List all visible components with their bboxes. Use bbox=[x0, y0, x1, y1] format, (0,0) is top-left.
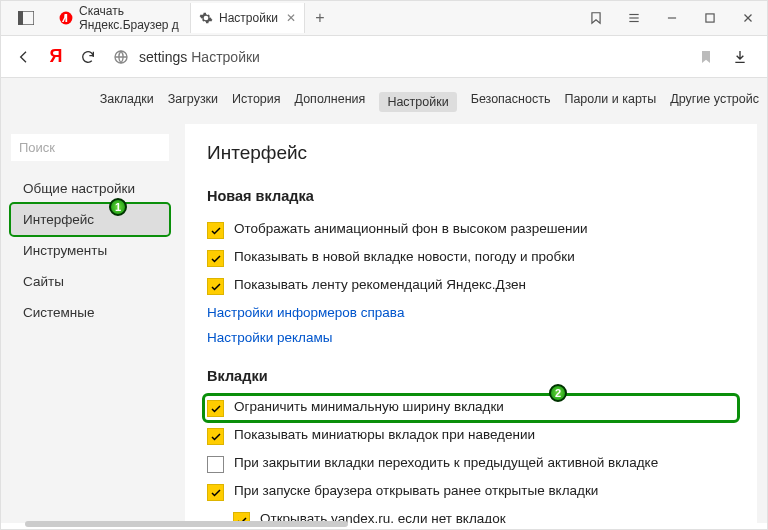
tab-download-yandex[interactable]: Скачать Яндекс.Браузер д bbox=[51, 3, 191, 33]
downloads-button[interactable] bbox=[723, 40, 757, 74]
checkbox-row[interactable]: Показывать ленту рекомендаций Яндекс.Дзе… bbox=[207, 272, 735, 300]
bookmark-button[interactable] bbox=[689, 40, 723, 74]
checkbox-checked-icon[interactable] bbox=[207, 278, 224, 295]
tab-label: Настройки bbox=[219, 11, 278, 25]
sidebar-item-tools[interactable]: Инструменты bbox=[11, 235, 179, 266]
sidebar-item-sites[interactable]: Сайты bbox=[11, 266, 179, 297]
section-newtab-title: Новая вкладка bbox=[207, 188, 735, 204]
maximize-button[interactable] bbox=[691, 1, 729, 36]
catnav-downloads[interactable]: Загрузки bbox=[168, 92, 218, 112]
titlebar: Скачать Яндекс.Браузер д Настройки ✕ + bbox=[1, 1, 767, 36]
link-ad-settings[interactable]: Настройки рекламы bbox=[207, 325, 735, 350]
close-window-button[interactable] bbox=[729, 1, 767, 36]
sidebar-panel-toggle[interactable] bbox=[1, 1, 51, 35]
checkbox-label: При запуске браузера открывать ранее отк… bbox=[234, 483, 598, 498]
sidebar-item-label: Интерфейс bbox=[23, 212, 94, 227]
back-button[interactable] bbox=[7, 40, 41, 74]
checkbox-row[interactable]: Показывать миниатюры вкладок при наведен… bbox=[207, 422, 735, 450]
site-info-icon[interactable] bbox=[111, 49, 131, 65]
sidebar-item-system[interactable]: Системные bbox=[11, 297, 179, 328]
checkbox-row[interactable]: Показывать в новой вкладке новости, пого… bbox=[207, 244, 735, 272]
catnav-bookmarks[interactable]: Закладки bbox=[100, 92, 154, 112]
checkbox-label: При закрытии вкладки переходить к предыд… bbox=[234, 455, 658, 470]
catnav-other-devices[interactable]: Другие устройс bbox=[670, 92, 759, 112]
address-bar: Я settingsНастройки bbox=[1, 36, 767, 78]
checkbox-row[interactable]: При запуске браузера открывать ранее отк… bbox=[207, 478, 735, 506]
catnav-addons[interactable]: Дополнения bbox=[295, 92, 366, 112]
checkbox-unchecked-icon[interactable] bbox=[207, 456, 224, 473]
settings-content: Интерфейс Новая вкладка Отображать анима… bbox=[185, 124, 757, 523]
catnav-security[interactable]: Безопасность bbox=[471, 92, 551, 112]
page-title: Интерфейс bbox=[207, 142, 735, 164]
annotation-badge-1: 1 bbox=[109, 198, 127, 216]
checkbox-label: Показывать миниатюры вкладок при наведен… bbox=[234, 427, 535, 442]
close-icon[interactable]: ✕ bbox=[286, 11, 296, 25]
sidebar-item-interface[interactable]: Интерфейс 1 bbox=[11, 204, 169, 235]
checkbox-checked-icon[interactable] bbox=[207, 428, 224, 445]
menu-button[interactable] bbox=[615, 1, 653, 36]
checkbox-label: Ограничить минимальную ширину вкладки bbox=[234, 399, 504, 414]
minimize-button[interactable] bbox=[653, 1, 691, 36]
checkbox-checked-icon[interactable] bbox=[207, 222, 224, 239]
catnav-settings[interactable]: Настройки bbox=[379, 92, 456, 112]
catnav-history[interactable]: История bbox=[232, 92, 280, 112]
settings-category-nav: Закладки Загрузки История Дополнения Нас… bbox=[1, 78, 767, 124]
reload-button[interactable] bbox=[71, 40, 105, 74]
checkbox-row-limit-tab-width[interactable]: Ограничить минимальную ширину вкладки 2 bbox=[205, 396, 737, 420]
checkbox-label: Показывать ленту рекомендаций Яндекс.Дзе… bbox=[234, 277, 526, 292]
reader-mode-button[interactable] bbox=[577, 1, 615, 36]
annotation-badge-2: 2 bbox=[549, 384, 567, 402]
svg-rect-1 bbox=[18, 11, 23, 25]
settings-search-input[interactable]: Поиск bbox=[11, 134, 169, 161]
checkbox-checked-icon[interactable] bbox=[207, 400, 224, 417]
main-area: Поиск Общие настройки Интерфейс 1 Инстру… bbox=[1, 124, 767, 523]
checkbox-label: Показывать в новой вкладке новости, пого… bbox=[234, 249, 575, 264]
section-tabs-title: Вкладки bbox=[207, 368, 735, 384]
checkbox-checked-icon[interactable] bbox=[207, 484, 224, 501]
checkbox-row[interactable]: Отображать анимационный фон в высоком ра… bbox=[207, 216, 735, 244]
new-tab-button[interactable]: + bbox=[305, 9, 335, 27]
yandex-home-button[interactable]: Я bbox=[41, 46, 71, 67]
settings-sidebar: Поиск Общие настройки Интерфейс 1 Инстру… bbox=[1, 124, 179, 523]
checkbox-row[interactable]: При закрытии вкладки переходить к предыд… bbox=[207, 450, 735, 478]
checkbox-checked-icon[interactable] bbox=[207, 250, 224, 267]
horizontal-scrollbar[interactable] bbox=[25, 521, 743, 527]
gear-icon bbox=[199, 11, 213, 25]
sidebar-item-general[interactable]: Общие настройки bbox=[11, 173, 179, 204]
svg-rect-7 bbox=[706, 14, 714, 22]
checkbox-label: Отображать анимационный фон в высоком ра… bbox=[234, 221, 588, 236]
catnav-passwords[interactable]: Пароли и карты bbox=[564, 92, 656, 112]
address-text[interactable]: settingsНастройки bbox=[139, 49, 260, 65]
tab-label: Скачать Яндекс.Браузер д bbox=[79, 4, 182, 32]
link-informer-settings[interactable]: Настройки информеров справа bbox=[207, 300, 735, 325]
tab-settings[interactable]: Настройки ✕ bbox=[191, 3, 305, 33]
